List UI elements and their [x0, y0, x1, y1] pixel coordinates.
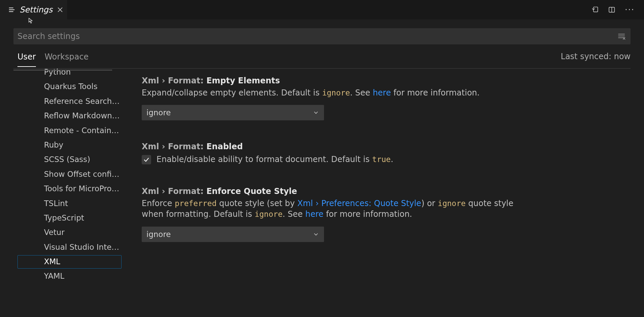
tab-workspace[interactable]: Workspace	[45, 52, 89, 67]
tree-item-xml[interactable]: XML	[17, 255, 122, 269]
sidebar-scrollbar[interactable]	[13, 70, 112, 71]
doc-link[interactable]: here	[373, 88, 391, 97]
doc-link[interactable]: here	[305, 209, 323, 219]
search-bar	[13, 28, 631, 44]
chevron-down-icon	[313, 109, 319, 116]
setting-description: Enable/disable ability to format documen…	[156, 154, 393, 165]
tree-item-typescript[interactable]: TypeScript	[17, 211, 122, 225]
clear-search-icon[interactable]	[617, 32, 626, 41]
chevron-down-icon	[313, 231, 319, 238]
tree-item-scss[interactable]: SCSS (Sass)	[17, 153, 122, 166]
tree-item-show-offset[interactable]: Show Offset configuration	[17, 168, 122, 181]
tab-bar-actions: ···	[591, 0, 644, 19]
tab-user[interactable]: User	[17, 52, 36, 67]
open-json-icon[interactable]	[591, 6, 599, 13]
settings-editor: User Workspace Last synced: now Python Q…	[0, 19, 644, 317]
settings-tree: Python Quarkus Tools Reference Search Vi…	[13, 69, 122, 304]
dirty-indicator-icon	[8, 6, 15, 13]
scope-row: User Workspace Last synced: now	[13, 44, 631, 69]
dropdown-empty-elements[interactable]: ignore	[142, 105, 324, 120]
tree-item-vetur[interactable]: Vetur	[17, 226, 122, 239]
setting-description: Enforce preferred quote style (set by Xm…	[142, 198, 518, 220]
setting-xml-format-enabled: Xml › Format: Enabled Enable/disable abi…	[142, 142, 518, 165]
tab-settings[interactable]: Settings	[0, 0, 67, 19]
split-editor-icon[interactable]	[608, 6, 615, 13]
tree-item-reflow-markdown[interactable]: Reflow Markdown Extension	[17, 109, 122, 123]
tab-bar: Settings ···	[0, 0, 644, 19]
setting-title: Xml › Format: Enabled	[142, 142, 518, 151]
tree-item-remote-containers[interactable]: Remote - Containers	[17, 124, 122, 137]
dropdown-enforce-quote[interactable]: ignore	[142, 227, 324, 242]
settings-list: Xml › Format: Empty Elements Expand/coll…	[122, 69, 631, 304]
setting-xml-format-empty-elements: Xml › Format: Empty Elements Expand/coll…	[142, 76, 518, 120]
close-icon[interactable]	[56, 6, 64, 13]
tree-item-yaml[interactable]: YAML	[17, 270, 122, 283]
tab-title: Settings	[19, 5, 52, 14]
sync-status[interactable]: Last synced: now	[561, 52, 631, 61]
tree-item-intellicode[interactable]: Visual Studio IntelliCode	[17, 241, 122, 254]
tree-item-reference-search[interactable]: Reference Search View	[17, 95, 122, 108]
pref-link[interactable]: Xml › Preferences: Quote Style	[297, 199, 421, 208]
setting-description: Expand/collapse empty elements. Default …	[142, 87, 518, 98]
dropdown-value: ignore	[146, 108, 313, 117]
tree-item-ruby[interactable]: Ruby	[17, 138, 122, 152]
setting-xml-format-enforce-quote-style: Xml › Format: Enforce Quote Style Enforc…	[142, 187, 518, 242]
tree-item-tslint[interactable]: TSLint	[17, 197, 122, 210]
more-actions-icon[interactable]: ···	[625, 5, 635, 14]
setting-title: Xml › Format: Enforce Quote Style	[142, 187, 518, 196]
checkbox-enabled[interactable]	[142, 155, 151, 164]
setting-title: Xml › Format: Empty Elements	[142, 76, 518, 85]
dropdown-value: ignore	[146, 230, 313, 239]
search-input[interactable]	[17, 32, 617, 41]
tree-item-quarkus[interactable]: Quarkus Tools	[17, 80, 122, 93]
tree-item-microprofile[interactable]: Tools for MicroProfile	[17, 182, 122, 196]
